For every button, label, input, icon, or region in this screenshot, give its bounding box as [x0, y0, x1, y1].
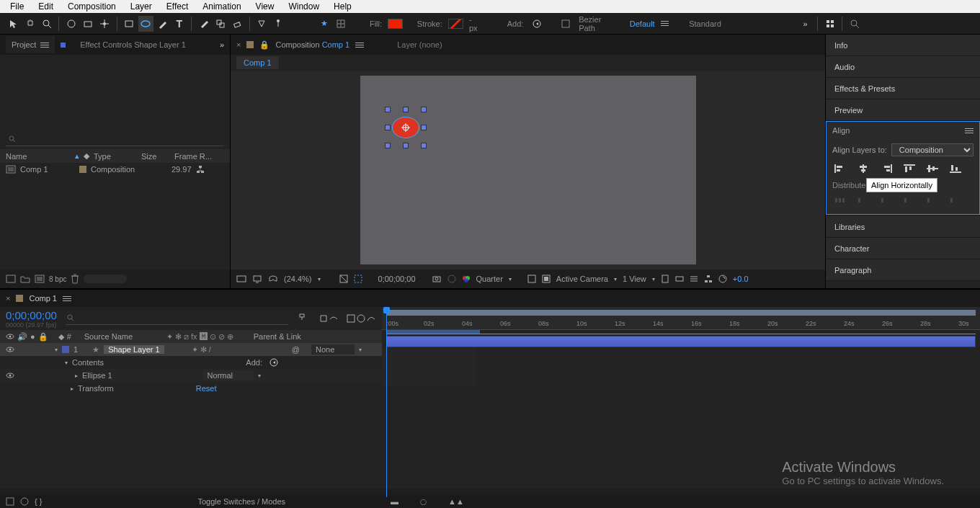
star-icon[interactable]: ★ — [316, 16, 331, 32]
panel-menu-icon[interactable] — [63, 296, 71, 301]
toggle-transparency-icon[interactable] — [527, 275, 536, 283]
panel-menu-icon[interactable] — [40, 43, 49, 48]
menu-layer[interactable]: Layer — [123, 0, 159, 13]
visibility-icon[interactable] — [6, 372, 14, 379]
label-col-icon[interactable]: ◆ — [84, 151, 89, 161]
col-type[interactable]: Type — [94, 152, 137, 161]
panel-audio[interactable]: Audio — [826, 56, 980, 78]
composition-canvas[interactable] — [360, 76, 696, 264]
resolution-icon[interactable] — [339, 275, 348, 283]
comp-time[interactable]: 0;00;00;00 — [378, 275, 416, 283]
lock-icon[interactable]: 🔒 — [259, 40, 270, 50]
menu-animation[interactable]: Animation — [195, 0, 248, 13]
dropdown-icon[interactable]: ▾ — [614, 276, 617, 282]
menu-effect[interactable]: Effect — [159, 0, 195, 13]
visibility-icon[interactable] — [6, 346, 14, 353]
align-bottom-btn[interactable] — [948, 162, 963, 175]
overflow-icon[interactable]: » — [220, 40, 224, 49]
shy-icon[interactable] — [329, 313, 339, 324]
draft3d-icon[interactable] — [318, 313, 329, 324]
align-title[interactable]: Align — [832, 126, 850, 135]
layer-row-1[interactable]: ▾ 1 ★ Shape Layer 1 ✦ ✻ / @ None ▾ — [0, 343, 382, 356]
lock-col-icon[interactable]: 🔒 — [38, 332, 48, 342]
magnify-icon[interactable] — [236, 275, 246, 283]
menu-composition[interactable]: Composition — [61, 0, 123, 13]
close-tab-icon[interactable]: × — [236, 40, 241, 49]
stroke-label[interactable]: Stroke: — [413, 19, 447, 28]
add-icon[interactable] — [529, 16, 544, 32]
graph-editor-icon[interactable] — [366, 313, 376, 324]
text-tool-icon[interactable]: T — [172, 16, 187, 32]
col-name[interactable]: Name — [6, 152, 71, 161]
menu-help[interactable]: Help — [326, 0, 359, 13]
timeline-ruler[interactable]: :00s 02s 04s 06s 08s 10s 12s 14s 16s 18s… — [382, 307, 980, 330]
snapshot-icon[interactable] — [432, 275, 442, 283]
align-top-btn[interactable] — [901, 162, 917, 175]
frame-blend-icon[interactable] — [346, 313, 356, 324]
fill-swatch[interactable] — [388, 19, 403, 29]
source-col[interactable]: Source Name — [84, 332, 164, 341]
camera-dropdown[interactable]: Active Camera — [556, 275, 608, 283]
pen-tool-icon[interactable] — [155, 16, 170, 32]
toggle-icon[interactable] — [20, 497, 29, 506]
align-target-dropdown[interactable]: Composition — [891, 143, 974, 156]
comp-tab-label[interactable]: Composition Comp 1 — [275, 40, 349, 49]
dropdown-icon[interactable]: ▾ — [652, 276, 655, 282]
bpc-label[interactable]: 8 bpc — [49, 275, 66, 283]
timeline-icon[interactable] — [690, 275, 698, 283]
flowchart-icon[interactable] — [196, 165, 205, 174]
layer-label-swatch[interactable] — [62, 346, 69, 353]
show-snapshot-icon[interactable] — [447, 275, 456, 283]
vr-icon[interactable] — [268, 275, 278, 283]
align-right-btn[interactable] — [878, 162, 894, 175]
add-content-icon[interactable] — [270, 358, 278, 367]
layer-contents-row[interactable]: ▾ Contents Add: — [0, 356, 382, 369]
project-item-comp1[interactable]: Comp 1 Composition 29.97 — [0, 163, 230, 176]
camera-tool-icon[interactable] — [81, 16, 96, 32]
folder-icon[interactable] — [20, 275, 30, 283]
panel-paragraph[interactable]: Paragraph — [826, 259, 980, 281]
exposure-value[interactable]: +0.0 — [733, 275, 749, 283]
twirl-icon[interactable]: ▾ — [55, 347, 58, 353]
layer-duration-bar[interactable] — [386, 336, 976, 347]
stroke-swatch[interactable] — [448, 19, 463, 29]
layer-name[interactable]: Shape Layer 1 — [104, 345, 164, 354]
pan-behind-tool-icon[interactable] — [97, 16, 112, 32]
workspace-menu-icon[interactable] — [661, 21, 669, 26]
bezier-checkbox[interactable] — [558, 16, 573, 32]
rectangle-tool-icon[interactable] — [122, 16, 137, 32]
panel-effects-presets[interactable]: Effects & Presets — [826, 78, 980, 99]
stroke-width[interactable]: - px — [465, 15, 486, 32]
canvas-area[interactable] — [231, 71, 825, 269]
brackets-icon[interactable]: { } — [35, 497, 42, 506]
pixel-aspect-icon[interactable] — [661, 275, 669, 283]
toggle-switches-label[interactable]: Toggle Switches / Modes — [197, 497, 285, 506]
fast-preview-icon[interactable] — [675, 275, 684, 283]
ellipse-tool-icon[interactable] — [138, 16, 153, 32]
comp-subtab[interactable]: Comp 1 — [236, 56, 279, 69]
menu-window[interactable]: Window — [281, 0, 326, 13]
selection-tool-icon[interactable] — [6, 16, 21, 32]
zoom-out-icon[interactable]: ▬ — [391, 497, 398, 506]
align-vcenter-btn[interactable] — [925, 162, 940, 175]
fill-label[interactable]: Fill: — [365, 19, 386, 28]
motion-blur-icon[interactable] — [356, 313, 366, 324]
brush-tool-icon[interactable] — [196, 16, 211, 32]
menu-file[interactable]: File — [3, 0, 31, 13]
zoom-in-icon[interactable]: ▲▲ — [448, 497, 464, 506]
panel-character[interactable]: Character — [826, 238, 980, 259]
sort-icon[interactable]: ▴ — [75, 151, 79, 161]
audio-col-icon[interactable]: 🔊 — [17, 332, 27, 342]
search-icon[interactable] — [847, 16, 862, 32]
toggle-switches-icon[interactable] — [6, 497, 14, 506]
current-time-indicator[interactable] — [386, 310, 387, 497]
project-search[interactable] — [6, 134, 224, 146]
dropdown-icon[interactable]: ▾ — [318, 276, 321, 282]
device-icon[interactable] — [252, 275, 262, 283]
anchor-point-icon[interactable] — [401, 123, 410, 132]
reset-exposure-icon[interactable] — [718, 275, 727, 283]
roi-icon[interactable] — [354, 275, 362, 283]
mask-icon[interactable] — [542, 275, 551, 283]
overflow-icon[interactable]: » — [798, 16, 813, 32]
project-tab[interactable]: Project — [6, 36, 55, 53]
